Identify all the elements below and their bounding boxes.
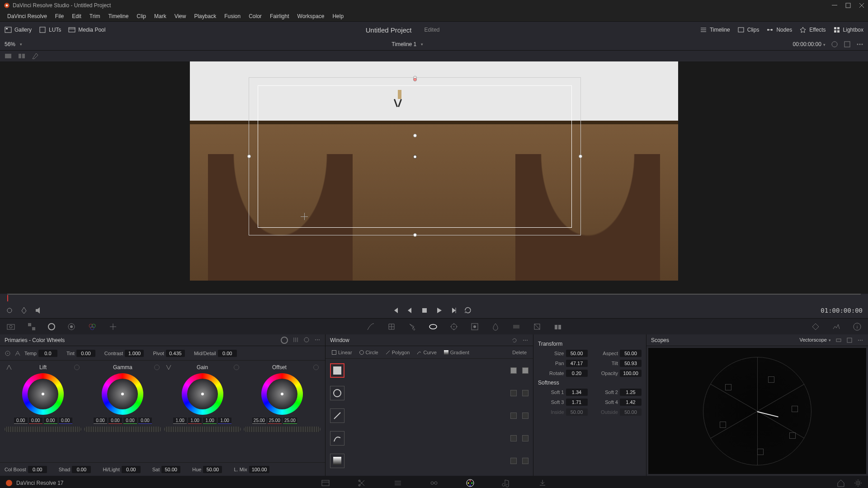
soft2-value[interactable]: 1.25 [620,389,642,396]
menu-timeline[interactable]: Timeline [104,12,132,21]
menu-clip[interactable]: Clip [133,12,150,21]
color-page-icon[interactable] [466,479,475,488]
media-page-icon[interactable] [321,479,330,488]
expand-icon[interactable] [844,41,851,48]
playhead[interactable] [7,295,8,301]
picker-icon[interactable] [5,350,11,357]
menu-fusion[interactable]: Fusion [221,12,244,21]
shape-mask-toggle[interactable] [510,413,517,419]
shape-invert-toggle[interactable] [522,435,528,441]
shape-invert-toggle[interactable] [522,367,528,374]
sizing-icon[interactable] [533,322,542,331]
offset-reset-icon[interactable] [313,365,319,370]
keyframes-icon[interactable] [811,322,820,331]
gain-reset-icon[interactable] [234,365,239,370]
close-icon[interactable] [859,3,864,8]
shape-invert-toggle[interactable] [522,390,528,396]
tint-value[interactable]: 0.00 [76,350,95,357]
aspect-value[interactable]: 50.00 [620,350,642,357]
menu-help[interactable]: Help [329,12,347,21]
window-icon[interactable] [429,322,438,331]
opacity-value[interactable]: 100.00 [620,370,642,377]
magicmask-icon[interactable] [470,322,479,331]
scope-type-dropdown[interactable]: Vectorscope [799,337,831,343]
lift-jog[interactable] [5,427,81,432]
splitview-icon[interactable] [18,52,25,60]
tracking-icon[interactable] [449,322,458,331]
scopes-options-icon[interactable] [857,337,863,343]
window-options-icon[interactable] [522,337,528,343]
shape-invert-toggle[interactable] [522,413,528,419]
menu-fairlight[interactable]: Fairlight [266,12,293,21]
shape-invert-toggle[interactable] [522,458,528,464]
wheels-mode-icon[interactable] [281,337,288,344]
hdr-icon[interactable] [67,322,76,331]
gamma-reset-icon[interactable] [154,365,160,370]
camera-raw-icon[interactable] [6,322,15,331]
nodes-button[interactable]: Nodes [766,26,792,33]
soft1-value[interactable]: 1.34 [566,389,588,396]
contrast-value[interactable]: 1.000 [125,350,144,357]
shape-polygon[interactable] [330,408,344,423]
imageview-icon[interactable] [5,52,12,60]
shape-circle[interactable] [330,386,344,400]
gamma-jog[interactable] [84,427,161,432]
fairlight-page-icon[interactable] [502,479,511,488]
marker-icon[interactable] [20,306,28,314]
timeline-dropdown[interactable]: Timeline 1 [392,41,423,47]
qualifier-icon[interactable] [408,322,417,331]
menu-playback[interactable]: Playback [190,12,220,21]
shad-value[interactable]: 0.00 [72,466,91,473]
scopes-link-icon[interactable] [835,337,842,343]
gamma-picker-icon[interactable] [86,365,91,370]
menu-edit[interactable]: Edit [68,12,85,21]
shape-mask-toggle[interactable] [510,390,517,396]
add-curve-button[interactable]: Curve [414,349,439,356]
lift-picker-icon[interactable] [6,365,12,370]
colorwheels-icon[interactable] [48,323,55,330]
fusion-page-icon[interactable] [429,479,439,488]
lmix-value[interactable]: 100.00 [249,466,270,473]
bypass-icon[interactable] [831,41,838,48]
gain-picker-icon[interactable] [166,365,171,370]
lift-wheel[interactable] [22,373,64,415]
shape-mask-toggle[interactable] [510,367,517,374]
shape-circle-row[interactable] [330,386,528,400]
shape-linear-active[interactable] [330,363,344,378]
menu-file[interactable]: File [52,12,67,21]
add-linear-button[interactable]: Linear [329,349,355,356]
temp-value[interactable]: 0.0 [38,350,57,357]
soft4-value[interactable]: 1.42 [620,399,642,406]
gain-jog[interactable] [164,427,241,432]
scopes-expand-icon[interactable] [846,337,853,343]
shape-mask-toggle[interactable] [510,435,517,441]
delete-shape-button[interactable]: Delete [509,349,529,356]
loop-icon[interactable] [464,306,472,314]
lightbox-button[interactable]: Lightbox [833,26,863,33]
add-gradient-button[interactable]: Gradient [441,349,472,356]
highlight-icon[interactable] [32,52,39,60]
effects-button[interactable]: Effects [799,26,826,33]
size-value[interactable]: 50.00 [566,350,588,357]
gain-wheel[interactable] [182,373,223,415]
rgbmixer-icon[interactable] [88,322,97,331]
soft3-value[interactable]: 1.71 [566,399,588,406]
log-mode-icon[interactable] [303,337,310,343]
sat-value[interactable]: 50.00 [161,466,180,473]
colormatch-icon[interactable] [27,322,36,331]
viewer-timecode[interactable]: 00:00:00:00 [793,41,826,47]
menu-view[interactable]: View [171,12,190,21]
auto-icon[interactable] [14,350,21,357]
home-icon[interactable] [836,479,845,488]
gamma-wheel[interactable] [102,373,143,415]
curves-icon[interactable] [366,322,375,331]
shape-curve[interactable] [330,431,344,446]
key-icon[interactable] [512,322,521,331]
settings-icon[interactable] [5,306,14,314]
bars-mode-icon[interactable] [292,337,299,343]
hilight-value[interactable]: 0.00 [122,466,141,473]
scrub-bar[interactable] [0,294,868,303]
info-icon[interactable] [853,322,862,331]
primaries-options-icon[interactable] [314,337,321,343]
shape-gradient[interactable] [330,454,344,468]
